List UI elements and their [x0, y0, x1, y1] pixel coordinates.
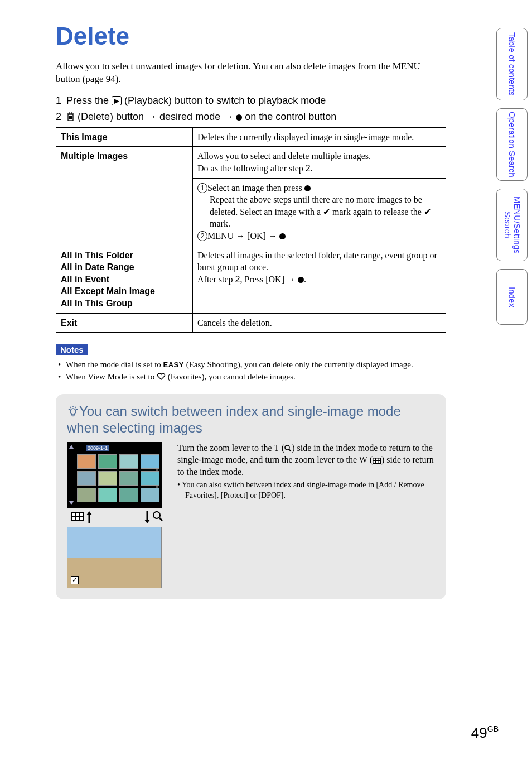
- trash-icon: [66, 112, 75, 121]
- opt-multiple-images: Multiple Images: [56, 147, 193, 246]
- svg-rect-30: [376, 459, 378, 460]
- arrow-icon: →: [268, 231, 277, 241]
- opt-exit-desc: Cancels the deletion.: [193, 313, 446, 333]
- svg-rect-33: [376, 461, 378, 463]
- index-icon: [373, 458, 381, 464]
- svg-rect-32: [373, 461, 375, 463]
- index-mode-screenshot: 2009-1-1: [67, 442, 162, 508]
- check-icon: [71, 576, 79, 584]
- table-row: All in This Folder All in Date Range All…: [56, 246, 446, 313]
- svg-rect-19: [80, 517, 83, 520]
- arrow-icon: →: [236, 231, 245, 241]
- intro-text: Allows you to select unwanted images for…: [56, 60, 441, 86]
- svg-rect-31: [378, 459, 380, 460]
- opt-all-group-desc: Deletes all images in the selected folde…: [193, 246, 446, 313]
- tip-title: You can switch between index and single-…: [67, 403, 435, 436]
- svg-point-24: [153, 512, 160, 518]
- note-item: When View Mode is set to (Favorites), yo…: [58, 371, 499, 382]
- notes-list: When the mode dial is set to EASY (Easy …: [58, 359, 499, 383]
- tab-menu-settings-search[interactable]: MENU/Settings Search: [496, 189, 528, 261]
- svg-line-10: [76, 409, 78, 410]
- tab-toc[interactable]: Table of contents: [496, 28, 528, 100]
- heart-icon: [157, 373, 166, 381]
- center-button-icon: [236, 114, 242, 121]
- date-label: 2009-1-1: [86, 445, 109, 451]
- svg-rect-15: [76, 513, 79, 516]
- svg-line-9: [69, 409, 70, 410]
- svg-line-27: [289, 449, 291, 451]
- opt-all-group: All in This Folder All in Date Range All…: [56, 246, 193, 313]
- magnify-icon: [284, 445, 292, 452]
- single-mode-screenshot: [67, 527, 162, 588]
- svg-marker-23: [144, 520, 150, 523]
- svg-line-25: [159, 518, 162, 521]
- table-row: This Image Deletes the currently display…: [56, 127, 446, 147]
- playback-icon: ▶: [112, 96, 122, 105]
- svg-line-11: [70, 407, 71, 408]
- step-2: 2 (Delete) button → desired mode → on th…: [56, 111, 499, 123]
- options-table: This Image Deletes the currently display…: [56, 127, 446, 333]
- svg-rect-17: [72, 517, 75, 520]
- step-number-2-icon: 2: [197, 231, 207, 241]
- check-icon: ✔: [424, 207, 431, 217]
- tip-box: You can switch between index and single-…: [56, 394, 446, 599]
- svg-rect-29: [373, 459, 375, 460]
- tip-text: Turn the zoom lever to the T () side in …: [177, 442, 435, 588]
- check-icon: ✔: [323, 207, 330, 217]
- svg-rect-18: [76, 517, 79, 520]
- svg-rect-34: [378, 461, 380, 463]
- side-tabs: Table of contents Operation Search MENU/…: [496, 28, 528, 333]
- arrow-icon: →: [287, 275, 296, 284]
- bulb-icon: [67, 406, 79, 418]
- tab-operation-search[interactable]: Operation Search: [496, 108, 528, 181]
- note-item: When the mode dial is set to EASY (Easy …: [58, 359, 499, 370]
- center-button-icon: [298, 277, 304, 283]
- page-title: Delete: [56, 22, 499, 50]
- down-arrow-icon: [69, 501, 74, 506]
- step-number-1-icon: 1: [197, 183, 207, 193]
- opt-multiple-images-desc: Allows you to select and delete multiple…: [193, 147, 446, 178]
- svg-point-7: [70, 409, 76, 414]
- step-1: 1 Press the ▶ (Playback) button to switc…: [56, 95, 499, 107]
- page-number: 49GB: [471, 724, 499, 742]
- table-row: Multiple Images Allows you to select and…: [56, 147, 446, 178]
- table-row: Exit Cancels the deletion.: [56, 313, 446, 333]
- index-icon: [71, 511, 93, 523]
- svg-marker-21: [86, 511, 92, 515]
- opt-this-image: This Image: [56, 127, 193, 147]
- svg-rect-14: [72, 513, 75, 516]
- opt-exit: Exit: [56, 313, 193, 333]
- center-button-icon: [304, 185, 311, 191]
- center-button-icon: [279, 233, 286, 239]
- svg-point-26: [285, 445, 289, 450]
- svg-line-12: [75, 407, 76, 408]
- notes-badge: Notes: [56, 344, 88, 355]
- easy-mode-icon: EASY: [163, 361, 184, 369]
- up-arrow-icon: [69, 444, 74, 449]
- opt-this-image-desc: Deletes the currently displayed image in…: [193, 127, 446, 147]
- arrow-icon: →: [147, 111, 157, 122]
- magnify-icon: [144, 511, 163, 523]
- opt-multiple-images-steps: 1Select an image then press Repeat the a…: [193, 178, 446, 246]
- arrow-icon: →: [223, 111, 233, 122]
- svg-rect-16: [80, 513, 83, 516]
- tab-index[interactable]: Index: [496, 269, 528, 325]
- tip-images: 2009-1-1: [67, 442, 167, 588]
